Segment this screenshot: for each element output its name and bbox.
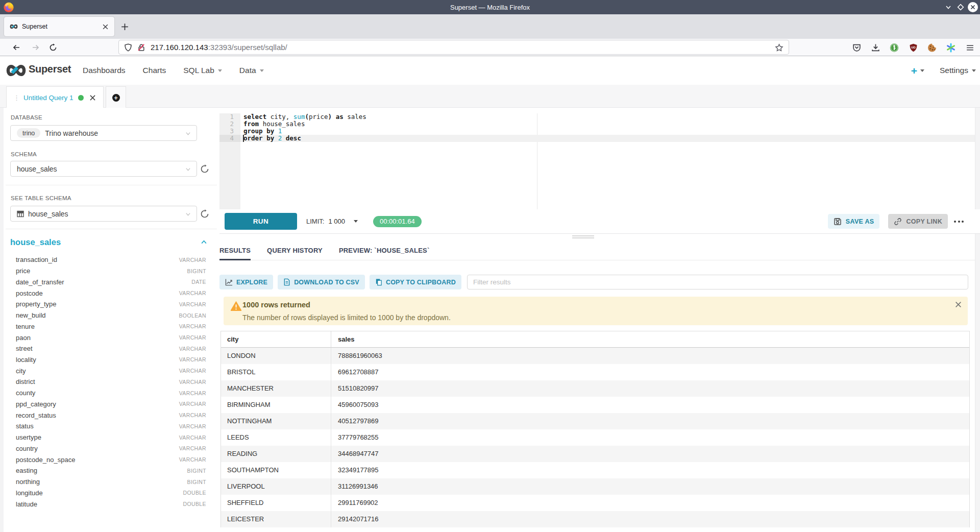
copy-clipboard-button[interactable]: COPY TO CLIPBOARD xyxy=(370,275,461,289)
lock-insecure-icon[interactable] xyxy=(137,43,145,52)
run-button[interactable]: RUN xyxy=(225,213,297,230)
forward-icon[interactable] xyxy=(32,43,40,52)
query-tab-title[interactable]: Untitled Query 1 xyxy=(23,94,74,102)
settings-menu[interactable]: Settings xyxy=(940,66,968,75)
maximize-icon[interactable] xyxy=(955,2,966,12)
superset-logo-icon[interactable] xyxy=(6,64,27,77)
results-tab[interactable]: RESULTS xyxy=(219,240,251,260)
bookmark-star-icon[interactable] xyxy=(775,43,783,52)
filter-results-input[interactable] xyxy=(467,275,968,289)
back-icon[interactable] xyxy=(12,43,20,52)
ublock-icon[interactable]: UO xyxy=(909,43,918,52)
column-type: VARCHAR xyxy=(179,401,219,407)
results-tabs: RESULTS QUERY HISTORY PREVIEW: `HOUSE_SA… xyxy=(219,240,975,260)
column-name: postcode xyxy=(0,289,43,297)
column-row: latitude DOUBLE xyxy=(0,498,219,510)
minimize-icon[interactable] xyxy=(943,2,953,12)
asterisk-extension-icon[interactable] xyxy=(946,43,955,52)
cell-city: LEICESTER xyxy=(221,511,331,527)
query-tab-close-icon[interactable] xyxy=(89,94,96,101)
browser-tab-superset[interactable]: Superset xyxy=(4,17,114,36)
column-name: street xyxy=(0,345,33,352)
refresh-table-icon[interactable] xyxy=(200,209,210,219)
cell-city: NOTTINGHAM xyxy=(221,413,331,429)
explore-button[interactable]: EXPLORE xyxy=(219,275,273,289)
column-header-sales[interactable]: sales xyxy=(331,331,969,347)
shield-icon[interactable] xyxy=(124,43,132,52)
results-table: city sales LONDON 788861960063 BRISTOL 6… xyxy=(220,331,970,527)
window-title: Superset — Mozilla Firefox xyxy=(0,4,980,11)
cell-sales: 69612708887 xyxy=(331,364,969,380)
superset-menu: Dashboards Charts SQL Lab Data xyxy=(83,56,264,85)
results-tab[interactable]: QUERY HISTORY xyxy=(267,240,323,260)
cell-city: BRISTOL xyxy=(221,364,331,380)
add-query-tab[interactable]: + xyxy=(106,86,126,108)
schema-label: SCHEMA xyxy=(11,151,37,157)
column-header-city[interactable]: city xyxy=(221,331,331,347)
results-tab[interactable]: PREVIEW: `HOUSE_SALES` xyxy=(339,240,430,260)
browser-navbar: 217.160.120.143:32393/superset/sqllab/ U… xyxy=(0,39,980,56)
query-tab[interactable]: ⋮ Untitled Query 1 xyxy=(6,86,104,108)
url-text: 217.160.120.143:32393/superset/sqllab/ xyxy=(151,43,287,52)
drag-handle-icon[interactable]: ⋮ xyxy=(13,94,20,101)
column-type: BIGINT xyxy=(187,468,219,474)
nav-item[interactable]: SQL Lab xyxy=(183,66,222,75)
keepassxc-icon[interactable] xyxy=(890,43,899,52)
refresh-schema-icon[interactable] xyxy=(200,164,210,174)
cookie-extension-icon[interactable] xyxy=(927,43,937,52)
table-row: SOUTHAMPTON 32349177895 xyxy=(221,462,969,478)
alert-close-icon[interactable] xyxy=(955,301,962,308)
column-type: VARCHAR xyxy=(179,445,219,451)
column-name: longitude xyxy=(0,489,43,497)
table-row: LEEDS 37779768255 xyxy=(221,429,969,446)
new-tab-icon[interactable] xyxy=(119,21,130,32)
schema-select[interactable]: house_sales xyxy=(10,161,197,177)
pocket-icon[interactable] xyxy=(852,43,861,52)
column-type: DATE xyxy=(191,279,219,285)
column-name: date_of_transfer xyxy=(0,278,64,286)
column-name: price xyxy=(0,267,30,275)
chevron-down-icon xyxy=(354,220,358,223)
reload-icon[interactable] xyxy=(49,43,57,52)
add-new-icon[interactable]: + xyxy=(911,65,917,76)
column-type: VARCHAR xyxy=(179,290,219,296)
nav-item[interactable]: Dashboards xyxy=(83,66,126,75)
query-timer-badge: 00:00:01.64 xyxy=(373,216,422,227)
menu-hamburger-icon[interactable] xyxy=(965,43,974,52)
column-name: record_status xyxy=(0,412,56,419)
sql-editor[interactable]: 1 select city, sum(price) as sales 2 fro… xyxy=(219,113,975,209)
more-actions-icon[interactable] xyxy=(954,221,964,223)
downloads-icon[interactable] xyxy=(871,43,880,52)
nav-item[interactable]: Charts xyxy=(143,66,166,75)
url-bar[interactable]: 217.160.120.143:32393/superset/sqllab/ xyxy=(118,40,789,55)
column-row: tenure VARCHAR xyxy=(0,321,219,332)
superset-brand[interactable]: Superset xyxy=(29,63,71,75)
cell-sales: 31126991346 xyxy=(331,478,969,495)
results-resize-handle[interactable] xyxy=(572,235,594,239)
editor-pane: 1 select city, sum(price) as sales 2 fro… xyxy=(219,108,980,532)
tab-close-icon[interactable] xyxy=(100,21,110,32)
close-window-icon[interactable] xyxy=(968,2,978,12)
table-icon xyxy=(17,210,24,217)
database-select[interactable]: trino Trino warehouse xyxy=(10,125,197,141)
table-panel-title[interactable]: house_sales xyxy=(10,237,61,247)
cell-city: BIRMINGHAM xyxy=(221,397,331,413)
pane-scrollbar[interactable] xyxy=(975,108,980,532)
table-select[interactable]: house_sales xyxy=(10,206,197,222)
column-row: county VARCHAR xyxy=(0,388,219,399)
table-row: READING 34468947747 xyxy=(221,446,969,462)
column-name: easting xyxy=(0,467,37,474)
column-row: easting BIGINT xyxy=(0,465,219,476)
nav-item[interactable]: Data xyxy=(239,66,264,75)
copy-link-button[interactable]: COPY LINK xyxy=(888,214,948,229)
browser-titlebar: Superset — Mozilla Firefox xyxy=(0,0,980,14)
column-row: record_status VARCHAR xyxy=(0,409,219,421)
plus-circle-icon: + xyxy=(112,94,120,102)
file-icon xyxy=(283,278,290,286)
chevron-up-icon[interactable] xyxy=(201,239,207,246)
column-name: county xyxy=(0,389,35,397)
download-csv-button[interactable]: DOWNLOAD TO CSV xyxy=(278,275,365,289)
save-as-button[interactable]: SAVE AS xyxy=(828,214,880,229)
chevron-down-icon xyxy=(185,131,191,136)
limit-dropdown[interactable]: LIMIT: 1 000 xyxy=(306,217,358,225)
